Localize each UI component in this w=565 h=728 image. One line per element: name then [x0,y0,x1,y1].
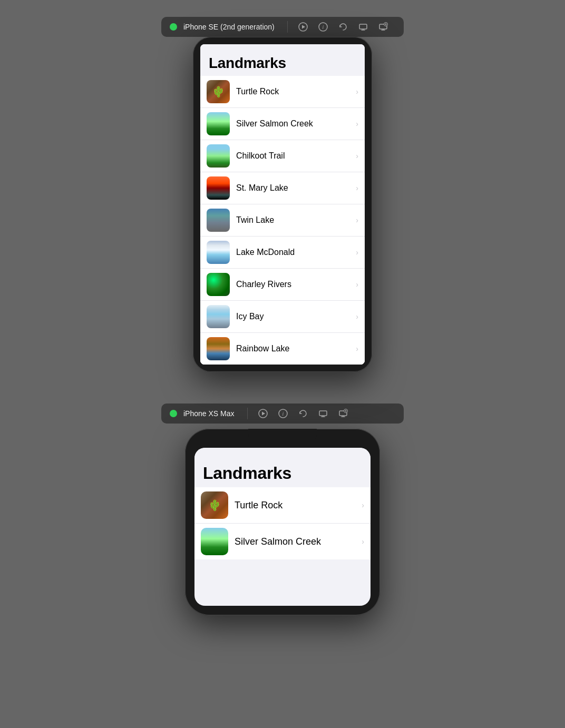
xs-toolbar: iPhone XS Max i [161,404,404,424]
se-rotate-button[interactable] [336,20,350,34]
se-phone-body: Landmarks Turtle Rock › Silver Salmon Cr… [193,37,372,372]
svg-rect-17 [319,411,327,416]
xs-status-dot [170,410,177,417]
se-item-name-st-mary: St. Mary Lake [236,183,349,193]
xs-thumb-turtle-rock [201,491,228,519]
se-item-name-twin-lake: Twin Lake [236,215,349,225]
se-list-item-icy-bay[interactable]: Icy Bay › [200,301,365,333]
se-chevron-icy-bay: › [356,312,358,321]
se-list-item-rainbow-lake[interactable]: Rainbow Lake › [200,333,365,365]
se-thumb-lake-mcdonald [207,241,230,264]
xs-app-title: Landmarks [203,464,291,483]
se-chevron-charley-rivers: › [356,280,358,289]
se-phone-frame: Landmarks Turtle Rock › Silver Salmon Cr… [193,37,372,372]
xs-landmarks-list: Turtle Rock › Silver Salmon Creek › [194,487,371,559]
se-info-button[interactable]: i [316,20,330,34]
iphone-xs-section: iPhone XS Max i [0,404,565,615]
se-item-name-rainbow-lake: Rainbow Lake [236,344,349,353]
se-thumb-icy-bay [207,305,230,328]
svg-marker-14 [262,412,265,416]
se-list-item-silver-salmon[interactable]: Silver Salmon Creek › [200,108,365,140]
se-list-item-chilkoot[interactable]: Chilkoot Trail › [200,140,365,172]
se-device-name: iPhone SE (2nd generation) [183,23,275,31]
xs-thumb-silver-salmon [201,528,228,555]
toolbar-divider-1 [287,21,288,33]
xs-add-button[interactable] [336,407,350,420]
xs-item-name-silver-salmon: Silver Salmon Creek [235,536,355,547]
iphone-se-section: iPhone SE (2nd generation) i [161,8,404,372]
se-chevron-twin-lake: › [356,216,358,224]
se-thumb-silver-salmon [207,112,230,135]
se-thumb-turtle-rock [207,80,230,103]
se-chevron-rainbow-lake: › [356,345,358,353]
se-list-item-lake-mcdonald[interactable]: Lake McDonald › [200,237,365,269]
se-item-name-charley-rivers: Charley Rivers [236,280,349,289]
se-thumb-chilkoot [207,144,230,168]
xs-chevron-silver-salmon: › [362,537,364,546]
se-desktop-button[interactable] [356,20,370,34]
se-chevron-st-mary: › [356,184,358,192]
svg-marker-1 [302,25,305,29]
se-phone-screen: Landmarks Turtle Rock › Silver Salmon Cr… [200,44,365,365]
xs-device-name: iPhone XS Max [183,409,235,418]
se-list-item-twin-lake[interactable]: Twin Lake › [200,204,365,237]
xs-play-button[interactable] [256,407,270,420]
svg-text:i: i [282,411,284,417]
se-list-item-turtle-rock[interactable]: Turtle Rock › [200,76,365,108]
se-item-name-silver-salmon: Silver Salmon Creek [236,119,349,129]
xs-app-header: Landmarks [194,448,371,487]
se-item-name-chilkoot: Chilkoot Trail [236,151,349,161]
svg-text:i: i [322,24,324,30]
xs-phone-screen: Landmarks Turtle Rock › Silver Salmon Cr… [194,448,371,606]
se-chevron-lake-mcdonald: › [356,248,358,257]
xs-notch [248,429,317,444]
se-thumb-rainbow-lake [207,337,230,360]
se-chevron-chilkoot: › [356,152,358,160]
xs-info-button[interactable]: i [276,407,290,420]
xs-list-item-silver-salmon[interactable]: Silver Salmon Creek › [194,524,371,559]
se-toolbar: iPhone SE (2nd generation) i [161,17,404,37]
se-landmarks-list: Turtle Rock › Silver Salmon Creek › Chil… [200,76,365,365]
se-chevron-silver-salmon: › [356,120,358,128]
xs-phone-body: Landmarks Turtle Rock › Silver Salmon Cr… [185,429,380,615]
se-thumb-st-mary [207,176,230,200]
se-app-header: Landmarks [200,44,365,76]
xs-list-item-turtle-rock[interactable]: Turtle Rock › [194,487,371,524]
xs-phone-frame: Landmarks Turtle Rock › Silver Salmon Cr… [185,429,380,615]
se-status-dot [170,23,177,31]
se-app-title: Landmarks [209,55,286,71]
se-item-name-turtle-rock: Turtle Rock [236,87,349,96]
xs-chevron-turtle-rock: › [362,501,364,509]
se-thumb-charley-rivers [207,273,230,296]
se-item-name-lake-mcdonald: Lake McDonald [236,248,349,257]
se-thumb-twin-lake [207,209,230,232]
xs-desktop-button[interactable] [316,407,330,420]
se-chevron-turtle-rock: › [356,87,358,96]
se-list-item-st-mary[interactable]: St. Mary Lake › [200,172,365,204]
xs-item-name-turtle-rock: Turtle Rock [235,500,355,511]
se-add-button[interactable] [376,20,390,34]
se-item-name-icy-bay: Icy Bay [236,312,349,321]
svg-rect-4 [359,24,367,29]
xs-toolbar-divider-1 [247,408,248,419]
se-play-button[interactable] [296,20,310,34]
xs-app-content: Landmarks Turtle Rock › Silver Salmon Cr… [194,448,371,606]
xs-rotate-button[interactable] [296,407,310,420]
se-list-item-charley-rivers[interactable]: Charley Rivers › [200,269,365,301]
se-app-content: Landmarks Turtle Rock › Silver Salmon Cr… [200,44,365,365]
